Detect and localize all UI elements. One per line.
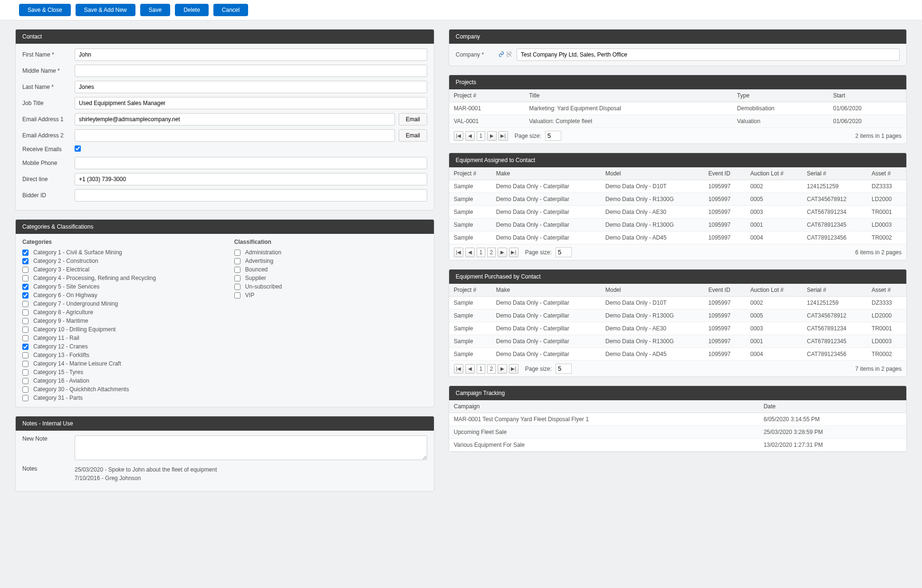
email1-send-button[interactable]: Email (399, 113, 427, 125)
classification-checkbox[interactable] (234, 267, 240, 273)
last-name-input[interactable] (75, 81, 427, 93)
table-row[interactable]: SampleDemo Data Only - CaterpillarDemo D… (449, 193, 906, 206)
category-checkbox[interactable] (22, 318, 29, 324)
eqa-col-model[interactable]: Model (601, 167, 704, 180)
email2-send-button[interactable]: Email (399, 129, 427, 142)
projects-col-project[interactable]: Project # (449, 89, 524, 102)
eqa-col-lot[interactable]: Auction Lot # (746, 167, 802, 180)
classification-checkbox[interactable] (234, 284, 240, 290)
pager-next-icon[interactable]: ▶ (498, 248, 507, 257)
classification-checkbox[interactable] (234, 292, 240, 299)
pager-page-2[interactable]: 2 (487, 248, 496, 257)
save-close-button[interactable]: Save & Close (19, 4, 71, 16)
new-note-textarea[interactable] (75, 435, 427, 460)
eqp-col-model[interactable]: Model (601, 284, 704, 297)
category-checkbox[interactable] (22, 361, 29, 367)
category-checkbox[interactable] (22, 284, 29, 290)
eqa-col-serial[interactable]: Serial # (802, 167, 867, 180)
eqa-col-make[interactable]: Make (491, 167, 601, 180)
classification-checkbox[interactable] (234, 275, 240, 281)
eqa-col-event[interactable]: Event ID (704, 167, 746, 180)
pager-page-2[interactable]: 2 (487, 364, 496, 374)
save-add-new-button[interactable]: Save & Add New (76, 4, 135, 16)
pager-last-icon[interactable]: ▶| (509, 364, 519, 374)
eqp-col-asset[interactable]: Asset # (867, 284, 906, 297)
classification-checkbox[interactable] (234, 258, 240, 264)
category-checkbox[interactable] (22, 301, 29, 307)
category-checkbox[interactable] (22, 267, 29, 273)
category-checkbox[interactable] (22, 344, 29, 350)
category-checkbox[interactable] (22, 378, 29, 384)
middle-name-input[interactable] (75, 65, 427, 77)
delete-button[interactable]: Delete (175, 4, 209, 16)
classification-checkbox[interactable] (234, 250, 240, 256)
unlink-icon[interactable] (506, 51, 512, 58)
eqp-col-event[interactable]: Event ID (704, 284, 746, 297)
table-row[interactable]: MAR-0001Marketing: Yard Equipment Dispos… (449, 102, 906, 115)
table-row[interactable]: SampleDemo Data Only - CaterpillarDemo D… (449, 322, 906, 335)
company-input[interactable] (517, 48, 900, 61)
pager-first-icon[interactable]: |◀ (454, 131, 463, 141)
table-row[interactable]: SampleDemo Data Only - CaterpillarDemo D… (449, 219, 906, 231)
category-checkbox[interactable] (22, 275, 29, 281)
receive-emails-checkbox[interactable] (75, 145, 81, 152)
category-checkbox[interactable] (22, 292, 29, 299)
category-checkbox[interactable] (22, 335, 29, 341)
table-row[interactable]: SampleDemo Data Only - CaterpillarDemo D… (449, 348, 906, 361)
category-checkbox[interactable] (22, 258, 29, 264)
direct-line-input[interactable] (75, 173, 427, 185)
campaign-col-campaign[interactable]: Campaign (449, 400, 759, 413)
category-checkbox[interactable] (22, 395, 29, 401)
email1-input[interactable] (75, 113, 395, 125)
pager-next-icon[interactable]: ▶ (487, 131, 497, 141)
pager-prev-icon[interactable]: ◀ (465, 131, 475, 141)
table-row[interactable]: SampleDemo Data Only - CaterpillarDemo D… (449, 297, 906, 309)
pager-page-1[interactable]: 1 (477, 364, 485, 374)
table-row[interactable]: SampleDemo Data Only - CaterpillarDemo D… (449, 335, 906, 348)
page-size-input[interactable] (556, 364, 572, 374)
pager-first-icon[interactable]: |◀ (454, 364, 463, 374)
category-checkbox[interactable] (22, 309, 29, 316)
eqp-col-project[interactable]: Project # (449, 284, 491, 297)
job-title-input[interactable] (75, 97, 427, 109)
category-checkbox[interactable] (22, 250, 29, 256)
link-icon[interactable] (499, 51, 504, 58)
pager-page-1[interactable]: 1 (477, 131, 485, 141)
projects-col-start[interactable]: Start (828, 89, 906, 102)
eqp-col-make[interactable]: Make (491, 284, 601, 297)
eqa-col-asset[interactable]: Asset # (867, 167, 906, 180)
table-row[interactable]: SampleDemo Data Only - CaterpillarDemo D… (449, 180, 906, 193)
table-row[interactable]: Upcoming Fleet Sale25/03/2020 3:28:59 PM (449, 426, 906, 439)
category-checkbox[interactable] (22, 386, 29, 393)
email2-input[interactable] (75, 129, 395, 142)
table-row[interactable]: MAR-0001 Test Company Yard Fleet Disposa… (449, 413, 906, 426)
table-row[interactable]: Various Equipment For Sale13/02/2020 1:2… (449, 439, 906, 452)
table-row[interactable]: SampleDemo Data Only - CaterpillarDemo D… (449, 231, 906, 244)
page-size-input[interactable] (556, 247, 572, 257)
page-size-input[interactable] (545, 131, 561, 141)
table-row[interactable]: SampleDemo Data Only - CaterpillarDemo D… (449, 206, 906, 219)
campaign-col-date[interactable]: Date (759, 400, 906, 413)
bidder-id-input[interactable] (75, 189, 427, 202)
eqp-col-lot[interactable]: Auction Lot # (746, 284, 802, 297)
table-row[interactable]: VAL-0001Valuation: Complete fleetValuati… (449, 115, 906, 128)
pager-first-icon[interactable]: |◀ (454, 248, 463, 257)
pager-prev-icon[interactable]: ◀ (465, 364, 475, 374)
eqp-col-serial[interactable]: Serial # (802, 284, 867, 297)
projects-col-type[interactable]: Type (732, 89, 828, 102)
pager-last-icon[interactable]: ▶| (499, 131, 508, 141)
category-checkbox[interactable] (22, 327, 29, 333)
category-checkbox[interactable] (22, 352, 29, 358)
pager-page-1[interactable]: 1 (477, 248, 485, 257)
cancel-button[interactable]: Cancel (213, 4, 248, 16)
save-button[interactable]: Save (140, 4, 170, 16)
pager-next-icon[interactable]: ▶ (498, 364, 507, 374)
projects-col-title[interactable]: Title (524, 89, 732, 102)
table-row[interactable]: SampleDemo Data Only - CaterpillarDemo D… (449, 309, 906, 322)
pager-prev-icon[interactable]: ◀ (465, 248, 475, 257)
mobile-input[interactable] (75, 157, 427, 169)
first-name-input[interactable] (75, 48, 427, 61)
eqa-col-project[interactable]: Project # (449, 167, 491, 180)
category-checkbox[interactable] (22, 369, 29, 376)
pager-last-icon[interactable]: ▶| (509, 248, 519, 257)
